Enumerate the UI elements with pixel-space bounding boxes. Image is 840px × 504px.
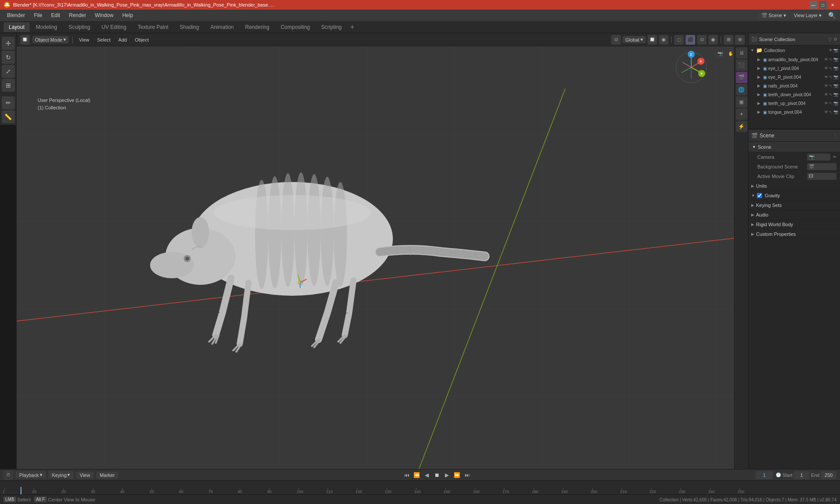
add-menu[interactable]: Add (116, 36, 130, 43)
collection-render-icon[interactable]: 📷 (833, 48, 838, 52)
measure-tool-button[interactable]: 📏 (2, 110, 15, 123)
world-props-icon[interactable]: 🌐 (736, 84, 747, 95)
viewport-overlay-button[interactable]: ⊞ (724, 35, 733, 45)
outliner-item-3[interactable]: ▶ ▣ nails_pivot.004 👁 ↖ 📷 (749, 81, 840, 90)
object-mode-dropdown[interactable]: Object Mode ▾ (32, 36, 69, 43)
tab-rendering[interactable]: Rendering (240, 22, 274, 32)
playback-button[interactable]: Playback ▾ (16, 471, 46, 479)
tab-scripting[interactable]: Scripting (316, 22, 347, 32)
tab-compositing[interactable]: Compositing (276, 22, 315, 32)
play-button[interactable]: ▶ (443, 471, 452, 480)
tab-texture-paint[interactable]: Texture Paint (133, 22, 174, 32)
viewport-shading-solid[interactable]: ⬛ (686, 35, 695, 45)
outliner-item-1[interactable]: ▶ ▣ eye_l_pivot.004 👁 ↖ 📷 (749, 64, 840, 73)
viewport-shading-material[interactable]: ⊙ (697, 35, 707, 45)
scene-props-more-icon[interactable]: ⋮ (833, 133, 837, 138)
camera-edit-icon[interactable]: ✏ (833, 154, 836, 159)
audio-section[interactable]: ▶ Audio (749, 210, 840, 220)
next-keyframe-button[interactable]: ⏩ (453, 471, 462, 480)
snap-button[interactable]: 🔲 (648, 35, 657, 45)
tab-animation[interactable]: Animation (205, 22, 239, 32)
viewport-shading-wire[interactable]: □ (674, 35, 684, 45)
rigid-world-body-section[interactable]: ▶ Rigid World Body (749, 220, 840, 229)
outliner-item-0[interactable]: ▶ ▣ armadillo_body_pivot.004 👁 ↖ 📷 (749, 55, 840, 64)
outliner-item-2[interactable]: ▶ ▣ eye_R_pivot.004 👁 ↖ 📷 (749, 73, 840, 81)
output-props-icon[interactable]: 🖥 (736, 47, 747, 59)
particles-props-icon[interactable]: ✦ (736, 108, 747, 120)
tab-sculpting[interactable]: Sculpting (63, 22, 95, 32)
title-bar-left: Blender* [K:\!!!conv_3\17\Armadillo_in_W… (4, 1, 276, 8)
scene-collection-item[interactable]: ▼ 📁 Collection 👁 📷 (749, 46, 840, 55)
camera-value[interactable]: 📷 (807, 154, 830, 161)
timeline-editor-icon[interactable]: ⏱ (4, 470, 13, 480)
end-frame-input[interactable]: 250 (821, 471, 836, 479)
scene-section[interactable]: ▼ Scene (749, 142, 840, 152)
gravity-section[interactable]: ▼ Gravity (749, 191, 840, 200)
object-menu[interactable]: Object (132, 36, 151, 43)
viewport-gizmo-button[interactable]: ⊕ (735, 35, 745, 45)
menu-blender[interactable]: Blender (4, 11, 28, 19)
background-scene-value[interactable]: 🎬 (807, 163, 836, 170)
keying-sets-section[interactable]: ▶ Keying Sets (749, 200, 840, 210)
prev-keyframe-button[interactable]: ⏪ (413, 471, 421, 480)
proportional-edit-button[interactable]: ⊙ (611, 35, 621, 45)
select-menu[interactable]: Select (94, 36, 113, 43)
outliner-item-6[interactable]: ▶ ▣ tongue_pivot.004 👁 ↖ 📷 (749, 108, 840, 116)
scene-props-icon[interactable]: 🎬 (736, 72, 747, 83)
item-0-render-icon[interactable]: 📷 (833, 57, 838, 62)
item-0-view-icon[interactable]: 👁 (824, 57, 828, 62)
units-section[interactable]: ▶ Units (749, 181, 840, 191)
menu-file[interactable]: File (30, 11, 46, 19)
item-0-select-icon[interactable]: ↖ (829, 57, 833, 62)
add-workspace-button[interactable]: + (348, 23, 357, 32)
collection-view-icon[interactable]: 👁 (829, 48, 833, 52)
outliner-item-4[interactable]: ▶ ▣ teeth_down_pivot.004 👁 ↖ 📷 (749, 90, 840, 99)
custom-properties-section[interactable]: ▶ Custom Properties (749, 229, 840, 239)
scale-tool-button[interactable]: ⤢ (2, 65, 15, 78)
tab-shading[interactable]: Shading (175, 22, 204, 32)
play-reverse-button[interactable]: ◀ (423, 471, 431, 480)
rotate-tool-button[interactable]: ↻ (2, 51, 15, 64)
object-props-icon[interactable]: ▣ (736, 96, 747, 108)
view-layer-selector[interactable]: View Layer ▾ (791, 12, 824, 19)
physics-props-icon[interactable]: ⚡ (736, 121, 747, 132)
navigation-gizmo[interactable]: X Y Z (674, 50, 709, 85)
editor-type-button[interactable]: 🔲 (20, 35, 30, 45)
view-layer-props-icon[interactable]: ⬛ (736, 60, 747, 71)
annotate-tool-button[interactable]: ✏ (2, 96, 15, 109)
scene-selector[interactable]: 🎬 Scene ▾ (759, 12, 789, 19)
transform-tool-button[interactable]: ⊞ (2, 79, 15, 92)
stop-button[interactable]: ⏹ (433, 471, 441, 480)
search-button[interactable]: 🔍 (827, 10, 836, 20)
outliner-filter-icon[interactable]: ▽ (828, 37, 832, 42)
view-button[interactable]: View (76, 472, 94, 479)
menu-render[interactable]: Render (65, 11, 89, 19)
menu-edit[interactable]: Edit (48, 11, 64, 19)
start-frame-input[interactable]: 1 (794, 471, 809, 479)
jump-to-start-button[interactable]: ⏮ (402, 471, 411, 480)
viewport-camera-icon[interactable]: 📷 (715, 49, 725, 58)
move-tool-button[interactable]: ✛ (2, 37, 15, 50)
active-movie-clip-value[interactable]: 🎞 (807, 173, 836, 180)
outliner-settings-icon[interactable]: ⚙ (833, 37, 837, 42)
current-frame-display[interactable]: 1 (756, 471, 773, 479)
menu-window[interactable]: Window (91, 11, 117, 19)
ruler-mark: 120 (355, 490, 362, 494)
viewport-3d[interactable]: User Perspective (Local) (1) Collection … (17, 46, 748, 469)
close-button[interactable]: ✕ (829, 1, 836, 9)
viewport-shading-render[interactable]: ◉ (708, 35, 718, 45)
tab-uv-editing[interactable]: UV Editing (96, 22, 132, 32)
outliner-item-5[interactable]: ▶ ▣ teeth_up_pivot.004 👁 ↖ 📷 (749, 99, 840, 108)
tab-layout[interactable]: Layout (4, 22, 30, 32)
proportional-falloff-button[interactable]: ◉ (659, 35, 668, 45)
gravity-checkbox[interactable] (757, 193, 762, 198)
tab-modeling[interactable]: Modeling (31, 22, 63, 32)
menu-help[interactable]: Help (119, 11, 136, 19)
keying-button[interactable]: Keying ▾ (49, 471, 74, 479)
marker-button[interactable]: Marker (96, 472, 118, 479)
maximize-button[interactable]: □ (819, 1, 827, 9)
transform-orientation-dropdown[interactable]: Global ▾ (623, 36, 646, 43)
view-menu[interactable]: View (76, 36, 92, 43)
jump-to-end-button[interactable]: ⏭ (463, 471, 472, 480)
minimize-button[interactable]: — (809, 1, 817, 9)
